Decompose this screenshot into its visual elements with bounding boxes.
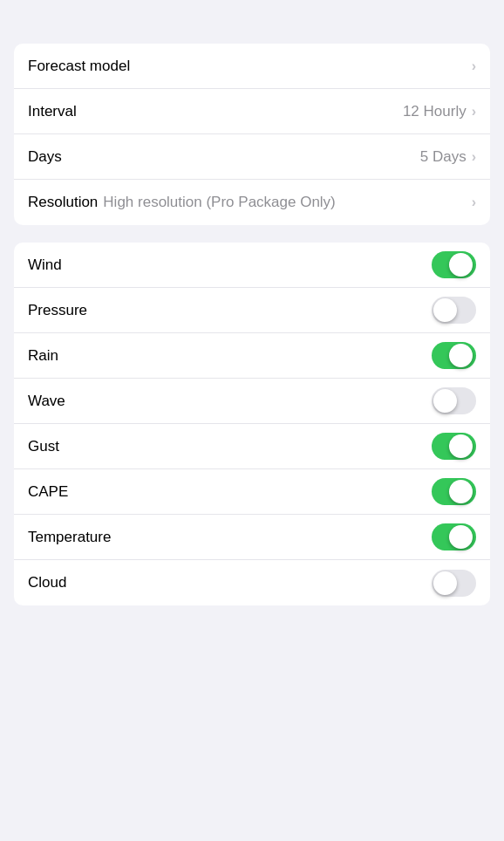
toggle-thumb-temperature — [449, 525, 473, 549]
row-right-resolution: › — [472, 195, 476, 210]
row-sublabel-resolution: High resolution (Pro Package Only) — [103, 194, 335, 211]
row-label-cloud: Cloud — [28, 574, 66, 591]
row-right-cloud — [432, 570, 476, 597]
row-label-pressure: Pressure — [28, 302, 87, 319]
settings-group-0: Forecast model›Interval12 Hourly›Days5 D… — [14, 44, 490, 225]
settings-row-wind[interactable]: Wind — [14, 243, 490, 288]
toggle-thumb-pressure — [433, 298, 457, 322]
toggle-gust[interactable] — [432, 433, 476, 460]
toggle-wave[interactable] — [432, 387, 476, 414]
row-right-cape — [432, 478, 476, 505]
settings-row-resolution[interactable]: ResolutionHigh resolution (Pro Package O… — [14, 180, 490, 225]
settings-row-forecast-model[interactable]: Forecast model› — [14, 44, 490, 89]
row-left-resolution: ResolutionHigh resolution (Pro Package O… — [28, 194, 336, 211]
row-left-rain: Rain — [28, 347, 58, 365]
row-right-wind — [432, 251, 476, 278]
toggle-wind[interactable] — [432, 251, 476, 278]
chevron-icon-resolution: › — [472, 195, 476, 210]
row-left-cape: CAPE — [28, 483, 68, 501]
row-left-wave: Wave — [28, 393, 65, 410]
settings-group-1: WindPressureRainWaveGustCAPETemperatureC… — [14, 243, 490, 605]
toggle-track-cape — [432, 478, 476, 505]
row-right-interval: 12 Hourly› — [403, 103, 476, 120]
row-right-days: 5 Days› — [420, 148, 476, 166]
row-left-temperature: Temperature — [28, 529, 111, 546]
chevron-icon-interval: › — [472, 104, 476, 120]
chevron-icon-forecast-model: › — [472, 58, 476, 74]
bottom-bar — [0, 623, 504, 693]
toggle-thumb-cape — [449, 480, 473, 503]
toggle-thumb-wind — [449, 253, 473, 277]
settings-container: Forecast model›Interval12 Hourly›Days5 D… — [0, 44, 504, 605]
row-left-interval: Interval — [28, 103, 77, 120]
toggle-track-cloud — [432, 570, 476, 597]
toggle-cloud[interactable] — [432, 570, 476, 597]
row-value-days: 5 Days — [420, 148, 467, 166]
row-right-forecast-model: › — [472, 58, 476, 74]
settings-row-interval[interactable]: Interval12 Hourly› — [14, 89, 490, 134]
row-left-forecast-model: Forecast model — [28, 58, 130, 75]
row-right-pressure — [432, 297, 476, 324]
settings-row-temperature[interactable]: Temperature — [14, 515, 490, 560]
toggle-thumb-rain — [449, 344, 473, 367]
settings-row-cloud[interactable]: Cloud — [14, 560, 490, 605]
toggle-track-pressure — [432, 297, 476, 324]
toggle-track-temperature — [432, 523, 476, 550]
settings-row-cape[interactable]: CAPE — [14, 469, 490, 515]
toggle-thumb-gust — [449, 434, 473, 458]
chevron-icon-days: › — [472, 149, 476, 165]
top-bar — [0, 0, 504, 44]
row-value-interval: 12 Hourly — [403, 103, 467, 120]
toggle-thumb-cloud — [433, 571, 457, 595]
row-right-rain — [432, 342, 476, 369]
row-label-cape: CAPE — [28, 483, 68, 501]
row-label-days: Days — [28, 148, 62, 166]
row-label-rain: Rain — [28, 347, 58, 365]
settings-row-pressure[interactable]: Pressure — [14, 288, 490, 333]
toggle-track-gust — [432, 433, 476, 460]
row-label-interval: Interval — [28, 103, 77, 120]
toggle-cape[interactable] — [432, 478, 476, 505]
settings-row-wave[interactable]: Wave — [14, 379, 490, 424]
settings-row-days[interactable]: Days5 Days› — [14, 134, 490, 180]
row-right-gust — [432, 433, 476, 460]
toggle-track-rain — [432, 342, 476, 369]
row-label-temperature: Temperature — [28, 529, 111, 546]
row-left-wind: Wind — [28, 256, 62, 274]
row-label-gust: Gust — [28, 438, 59, 455]
toggle-temperature[interactable] — [432, 523, 476, 550]
row-label-wave: Wave — [28, 393, 65, 410]
row-label-resolution: Resolution — [28, 194, 98, 211]
settings-row-gust[interactable]: Gust — [14, 424, 490, 469]
row-left-days: Days — [28, 148, 62, 166]
row-right-wave — [432, 387, 476, 414]
toggle-track-wind — [432, 251, 476, 278]
toggle-pressure[interactable] — [432, 297, 476, 324]
row-label-wind: Wind — [28, 256, 62, 274]
row-left-cloud: Cloud — [28, 574, 66, 591]
settings-row-rain[interactable]: Rain — [14, 333, 490, 379]
row-right-temperature — [432, 523, 476, 550]
row-left-pressure: Pressure — [28, 302, 87, 319]
toggle-thumb-wave — [433, 389, 457, 413]
toggle-rain[interactable] — [432, 342, 476, 369]
row-label-forecast-model: Forecast model — [28, 58, 130, 75]
row-left-gust: Gust — [28, 438, 59, 455]
toggle-track-wave — [432, 387, 476, 414]
